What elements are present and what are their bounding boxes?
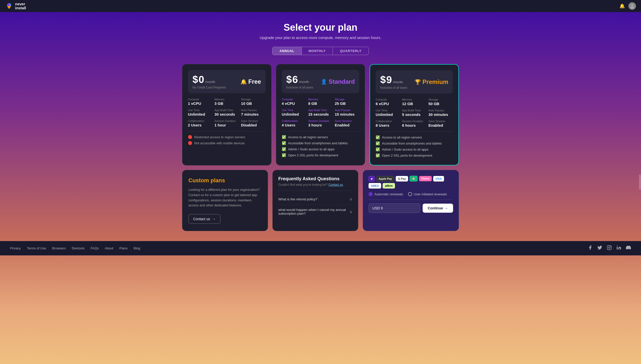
renewal-option-user[interactable]: User initiated renewals — [408, 192, 447, 196]
spec-memory-free: Memory3 GB — [215, 98, 239, 106]
plan-divider-premium — [376, 131, 453, 132]
spec-session-free: Session Duration1 hour — [215, 119, 239, 127]
feature-list-standard: ✅Access to all region servers ✅Accessibl… — [282, 135, 359, 157]
faq-item-1[interactable]: what would happen when I cancel my annua… — [278, 205, 352, 218]
logo-text: never install — [15, 2, 26, 10]
faq-item-0[interactable]: What is the refund policy? ∨ — [278, 194, 352, 205]
faq-contact-link[interactable]: Contact us — [329, 183, 343, 187]
faq-question: what would happen when I cancel my annua… — [278, 208, 349, 215]
check-icon: ✅ — [282, 141, 286, 145]
feature-item: ✅Accessible from smartphones and tablets — [376, 141, 453, 145]
spec-session-std: Session Duration3 hours — [308, 119, 333, 127]
payment-badge-amex: AMEX — [369, 183, 381, 189]
continue-button[interactable]: Continue → — [423, 204, 453, 213]
logo-icon — [5, 2, 13, 10]
plan-header-premium: $ 9 /month Inclusive of all taxes 🏆 Prem… — [376, 70, 453, 94]
feature-item: ✅Access to all region servers — [376, 135, 453, 139]
payment-badge-klarna: Klarna — [419, 176, 431, 181]
spec-save-prem: Save SessionEnabled — [428, 120, 453, 127]
spec-save-std: Save SessionEnabled — [335, 119, 359, 127]
page-subtitle: Upgrade your plan to access more compute… — [5, 35, 636, 40]
amount-input[interactable] — [369, 203, 420, 213]
feature-list-premium: ✅Access to all region servers ✅Accessibl… — [376, 135, 453, 157]
nav-right: 🔔 — [619, 2, 636, 10]
payment-badge-googlepay: G Pay — [396, 176, 408, 181]
feature-item: ✅Admin / Sudo access to all apps — [282, 147, 359, 151]
plan-name-area-free: 🔔 Free — [241, 78, 261, 85]
page-content: Select your plan Upgrade your plan to ac… — [0, 12, 641, 231]
spec-collab-prem: Collaboration8 Users — [376, 120, 400, 127]
faq-title: Frequently Asked Questions — [278, 176, 352, 181]
facebook-icon[interactable] — [588, 245, 593, 251]
faq-subtitle: Couldn't find what you're looking for? C… — [278, 183, 352, 187]
linkedin-icon[interactable] — [616, 245, 621, 251]
spec-save-free: Save SessionDisabled — [241, 119, 266, 127]
renewal-options: Automatic renewals User initiated renewa… — [369, 192, 453, 196]
footer-link-devtools[interactable]: Devtools — [72, 246, 85, 250]
check-icon: ✅ — [376, 147, 380, 151]
x-icon: 🔴 — [188, 135, 192, 139]
feature-item: ✅Open 2 SSL ports for development — [282, 153, 359, 157]
contact-us-button[interactable]: Contact us → — [188, 214, 220, 224]
continue-label: Continue — [428, 206, 443, 210]
plan-divider-free — [188, 131, 266, 131]
feature-item: ✅Access to all region servers — [282, 135, 359, 139]
plan-sub-standard: Inclusive of all taxes — [286, 86, 313, 89]
svg-point-4 — [631, 4, 633, 6]
tab-annual[interactable]: ANNUAL — [272, 47, 302, 55]
payment-badge-affirm: affirm — [383, 183, 395, 189]
footer-link-plans[interactable]: Plans — [119, 246, 128, 250]
scrollbar[interactable] — [639, 174, 641, 190]
spec-memory-prem: Memory12 GB — [402, 98, 426, 106]
spec-memory-std: Memory8 GB — [308, 98, 333, 106]
footer-link-about[interactable]: About — [105, 246, 113, 250]
page-title: Select your plan — [5, 22, 636, 33]
feature-item: ✅Admin / Sudo access to all apps — [376, 147, 453, 151]
plan-name-standard: Standard — [329, 78, 355, 85]
specs-premium: Compute6 vCPU Memory12 GB Storage50 GB U… — [376, 98, 453, 127]
tab-monthly[interactable]: MONTHLY — [302, 47, 333, 55]
footer-link-terms[interactable]: Terms of Use — [27, 246, 46, 250]
footer-link-blog[interactable]: Blog — [134, 246, 140, 250]
plan-name-area-standard: 👤 Standard — [321, 78, 355, 85]
plan-card-free: $ 0 /month No Credit Card Required 🔔 Fre… — [182, 64, 271, 165]
notification-bell-icon[interactable]: 🔔 — [619, 3, 625, 9]
footer-link-faqs[interactable]: FAQs — [91, 246, 99, 250]
custom-plans-desc: Looking for a different plan for your or… — [188, 187, 262, 208]
feature-item: 🔴Restricted access to region servers — [188, 135, 266, 139]
spec-usetime-free: Use TimeUnlimited — [188, 109, 213, 116]
renewal-option-auto[interactable]: Automatic renewals — [369, 192, 403, 196]
logo-area[interactable]: never install — [5, 2, 26, 10]
check-icon: ✅ — [376, 141, 380, 145]
plan-name-area-premium: 🏆 Premium — [415, 78, 448, 85]
avatar[interactable] — [628, 2, 636, 10]
bottom-grid: Custom plans Looking for a different pla… — [182, 170, 459, 231]
tab-quarterly[interactable]: QUARTERLY — [333, 47, 369, 55]
footer: Privacy Terms of Use Browsers Devtools F… — [0, 241, 641, 255]
footer-link-browsers[interactable]: Browsers — [52, 246, 66, 250]
custom-plans-card: Custom plans Looking for a different pla… — [182, 170, 268, 231]
spec-session-prem: Session Duration6 hours — [402, 120, 426, 127]
spec-autopause-prem: Auto Pauses30 minutes — [428, 109, 453, 117]
check-icon: ✅ — [282, 135, 286, 139]
payment-bottom: Continue → — [369, 203, 453, 213]
spec-autopause-free: Auto Pauses7 minutes — [241, 109, 266, 116]
plan-sub-premium: Inclusive of all taxes — [380, 86, 407, 89]
discord-icon[interactable] — [626, 245, 631, 251]
payment-badge-purple: ■ — [369, 176, 375, 181]
plan-icon-premium: 🏆 — [415, 79, 421, 85]
spec-buildtime-prem: App Build Time5 seconds — [402, 109, 426, 117]
twitter-icon[interactable] — [597, 245, 602, 251]
plan-sub-free: No Credit Card Required — [192, 86, 226, 89]
plan-header-standard: $ 6 /month Inclusive of all taxes 👤 Stan… — [282, 70, 359, 93]
plan-divider-standard — [282, 131, 359, 131]
faq-divider — [278, 191, 352, 191]
instagram-icon[interactable] — [607, 245, 612, 251]
radio-user — [408, 192, 412, 196]
footer-link-privacy[interactable]: Privacy — [10, 246, 21, 250]
plan-header-free: $ 0 /month No Credit Card Required 🔔 Fre… — [188, 70, 266, 93]
feature-list-free: 🔴Restricted access to region servers 🔴No… — [188, 135, 266, 145]
chevron-down-icon: ∨ — [349, 197, 352, 202]
arrow-right-icon: → — [445, 206, 448, 210]
specs-standard: Compute4 vCPU Memory8 GB Storage25 GB Us… — [282, 98, 359, 127]
